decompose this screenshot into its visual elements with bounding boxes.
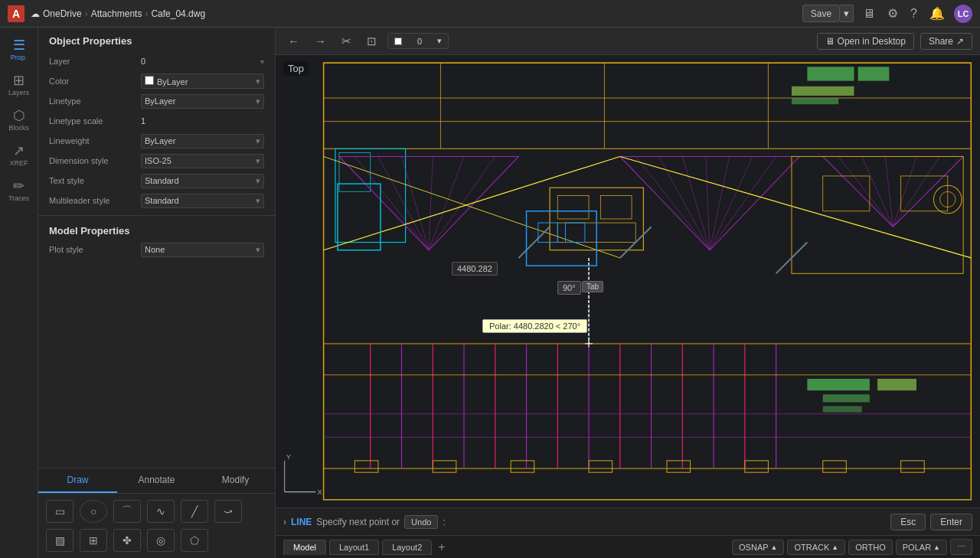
svg-rect-13 bbox=[792, 98, 838, 104]
tab-layout1[interactable]: Layout1 bbox=[329, 540, 379, 555]
otrack-button[interactable]: OTRACK ▲ bbox=[787, 540, 845, 555]
topbar-right: Save ▾ 🖥 ⚙ ? 🔔 LC bbox=[802, 5, 972, 23]
tab-layout2[interactable]: Layout2 bbox=[382, 540, 432, 555]
sidebar-item-prop[interactable]: ☰ Prop. bbox=[2, 34, 36, 66]
esc-button[interactable]: Esc bbox=[890, 514, 926, 530]
prop-dimstyle-label: Dimension style bbox=[49, 156, 141, 165]
plotstyle-arrow: ▾ bbox=[256, 245, 260, 255]
prop-textstyle-select[interactable]: Standard ▾ bbox=[141, 174, 264, 188]
sidebar-item-xref[interactable]: ↗ XREF bbox=[2, 139, 36, 171]
ortho-button[interactable]: ORTHO bbox=[848, 540, 893, 555]
osnap-label: OSNAP bbox=[739, 543, 769, 552]
prop-plotstyle-select[interactable]: None ▾ bbox=[141, 243, 264, 257]
file-name: Cafe_04.dwg bbox=[151, 8, 205, 19]
folder-name[interactable]: Attachments bbox=[91, 8, 142, 19]
settings-icon[interactable]: ⚙ bbox=[884, 5, 901, 22]
prop-dimstyle-select[interactable]: ISO-25 ▾ bbox=[141, 154, 264, 168]
rect-group-tool[interactable]: ⊞ bbox=[80, 529, 107, 552]
svg-rect-15 bbox=[877, 379, 916, 390]
textstyle-arrow: ▾ bbox=[256, 176, 260, 186]
enter-button[interactable]: Enter bbox=[930, 514, 972, 530]
sidebar-item-blocks[interactable]: ⬡ Blocks bbox=[2, 104, 36, 136]
polar-arrow[interactable]: ▲ bbox=[933, 543, 940, 551]
desktop-icon[interactable]: 🖥 bbox=[860, 5, 878, 22]
sidebar-item-layers[interactable]: ⊞ Layers bbox=[2, 69, 36, 101]
command-chevron: › bbox=[283, 517, 286, 527]
prop-layer-row: Layer 0 ▾ bbox=[38, 51, 275, 71]
prop-layer-label: Layer bbox=[49, 57, 141, 66]
model-properties-title: Model Properties bbox=[38, 220, 275, 240]
sidebar-item-traces[interactable]: ✏ Traces bbox=[2, 175, 36, 207]
arc-tool[interactable]: ⌒ bbox=[113, 500, 141, 523]
rectangle-tool[interactable]: ▭ bbox=[46, 500, 74, 523]
polygon-tool[interactable]: ⬠ bbox=[181, 529, 208, 552]
tab-key-badge: Tab bbox=[582, 281, 603, 292]
command-colon: : bbox=[443, 517, 445, 527]
prop-linetype-select[interactable]: ByLayer ▾ bbox=[141, 94, 264, 109]
hatch-tool[interactable]: ▨ bbox=[46, 529, 74, 552]
spline-tool[interactable]: ∿ bbox=[147, 500, 175, 523]
command-bar: › LINE Specify next point or Undo : Esc … bbox=[276, 507, 980, 535]
command-prompt: LINE bbox=[291, 517, 312, 527]
sidebar-item-prop-label: Prop. bbox=[11, 54, 28, 61]
save-button[interactable]: Save bbox=[802, 5, 840, 22]
point-tool[interactable]: ✤ bbox=[113, 529, 141, 552]
prop-lineweight-select[interactable]: ByLayer ▾ bbox=[141, 134, 264, 148]
tab-annotate[interactable]: Annotate bbox=[117, 468, 196, 493]
prop-linetype-scale-label: Linetype scale bbox=[49, 116, 141, 126]
canvas-toolbar: ← → ✂ ⊡ 0 ▾ 🖥 Open in Desktop Share ↗ bbox=[276, 28, 980, 55]
line-tool[interactable]: ╱ bbox=[181, 500, 208, 523]
undo-button[interactable]: ← bbox=[283, 32, 304, 50]
add-layout-button[interactable]: + bbox=[435, 540, 448, 554]
topbar: A ☁ OneDrive › Attachments › Cafe_04.dwg… bbox=[0, 0, 980, 28]
layers-icon: ⊞ bbox=[13, 73, 24, 87]
angle-tooltip: 90° bbox=[557, 281, 581, 295]
redo-button[interactable]: → bbox=[310, 32, 331, 50]
tab-draw[interactable]: Draw bbox=[38, 468, 117, 493]
properties-title: Object Properties bbox=[38, 28, 275, 51]
cad-drawing[interactable]: Y X bbox=[276, 55, 980, 507]
panel-bottom-tabs: Draw Annotate Modify bbox=[38, 468, 275, 493]
otrack-arrow[interactable]: ▲ bbox=[831, 543, 838, 551]
prop-plotstyle-label: Plot style bbox=[49, 245, 141, 254]
tab-model[interactable]: Model bbox=[283, 540, 326, 555]
prop-multileader-row: Multileader style Standard ▾ bbox=[38, 191, 275, 210]
donut-tool[interactable]: ◎ bbox=[147, 529, 175, 552]
blocks-icon: ⬡ bbox=[13, 109, 25, 122]
help-icon[interactable]: ? bbox=[907, 5, 920, 22]
prop-plotstyle-row: Plot style None ▾ bbox=[38, 240, 275, 259]
xref-icon: ↗ bbox=[13, 144, 24, 158]
undo-option[interactable]: Undo bbox=[404, 515, 438, 529]
section-divider bbox=[38, 215, 275, 216]
dimstyle-arrow: ▾ bbox=[256, 156, 260, 166]
service-name[interactable]: OneDrive bbox=[43, 8, 82, 19]
save-dropdown-button[interactable]: ▾ bbox=[840, 5, 854, 22]
osnap-button[interactable]: OSNAP ▲ bbox=[732, 540, 784, 555]
more-options-button[interactable]: ⋯ bbox=[950, 539, 972, 555]
polar-button[interactable]: POLAR ▲ bbox=[896, 540, 947, 555]
layer-color-dot bbox=[394, 38, 402, 45]
open-desktop-button[interactable]: 🖥 Open in Desktop bbox=[817, 33, 914, 50]
sidebar-item-xref-label: XREF bbox=[9, 159, 28, 167]
share-button[interactable]: Share ↗ bbox=[920, 33, 972, 50]
circle-tool[interactable]: ○ bbox=[80, 500, 107, 523]
notification-icon[interactable]: 🔔 bbox=[926, 5, 948, 22]
prop-layer-arrow[interactable]: ▾ bbox=[260, 57, 264, 66]
draw-tool-row-1: ▭ ○ ⌒ ∿ ╱ ⤻ bbox=[46, 500, 267, 523]
layer-select[interactable]: 0 ▾ bbox=[387, 33, 449, 49]
tab-modify[interactable]: Modify bbox=[196, 468, 275, 493]
prop-lineweight-label: Lineweight bbox=[49, 136, 141, 145]
avatar[interactable]: LC bbox=[954, 5, 972, 23]
prop-multileader-select[interactable]: Standard ▾ bbox=[141, 194, 264, 208]
drawing-canvas[interactable]: Top bbox=[276, 55, 980, 507]
prop-dimstyle-row: Dimension style ISO-25 ▾ bbox=[38, 151, 275, 171]
prop-color-select[interactable]: ByLayer ▾ bbox=[141, 73, 264, 89]
polyline-tool[interactable]: ⤻ bbox=[214, 500, 242, 523]
svg-rect-16 bbox=[823, 394, 870, 402]
command-right: Esc Enter bbox=[890, 514, 972, 530]
layer-value: 0 bbox=[417, 37, 422, 46]
osnap-arrow[interactable]: ▲ bbox=[771, 543, 778, 551]
offset-button[interactable]: ⊡ bbox=[362, 32, 381, 51]
trim-button[interactable]: ✂ bbox=[337, 32, 356, 51]
prop-color-row: Color ByLayer ▾ bbox=[38, 71, 275, 91]
